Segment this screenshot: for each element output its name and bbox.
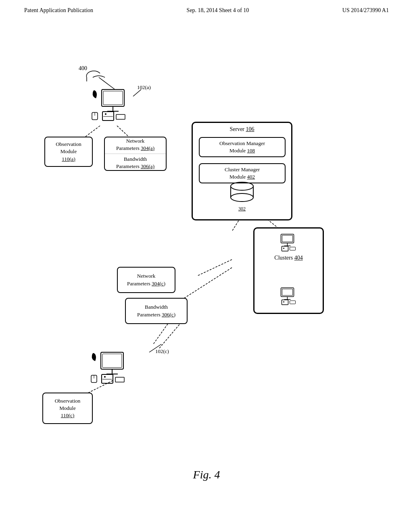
svg-line-8: [181, 268, 232, 300]
svg-rect-26: [231, 186, 253, 197]
clusters-label: Clusters 404: [254, 255, 323, 261]
svg-line-7: [198, 260, 232, 276]
svg-point-25: [231, 182, 253, 190]
svg-rect-41: [282, 300, 288, 305]
observation-module-c-box: Observation Module 110(c): [42, 393, 93, 424]
svg-point-49: [104, 376, 106, 378]
figure-caption: Fig. 4: [193, 468, 220, 481]
page-header: Patent Application Publication Sep. 18, …: [0, 0, 413, 14]
bandwidth-params-c-box: Bandwidth Parameters 306(c): [125, 298, 188, 324]
ref-102a-label: 102(a): [137, 84, 151, 91]
svg-rect-15: [102, 89, 124, 106]
network-bandwidth-params-a-box: Network Parameters 304(a) Bandwidth Para…: [104, 137, 167, 171]
network-params-c-box: Network Parameters 304(c): [117, 267, 175, 293]
computer-icon-c: [88, 348, 136, 387]
svg-rect-16: [103, 91, 123, 105]
clusters-outer-box: Clusters 404: [253, 227, 324, 314]
cluster-computer-top: [277, 233, 300, 254]
ref-102c-label: 102(c): [155, 348, 169, 355]
svg-line-10: [159, 322, 181, 348]
cluster-manager-box: Cluster Manager Module 402: [199, 163, 286, 183]
header-center: Sep. 18, 2014 Sheet 4 of 10: [187, 7, 249, 14]
observation-module-a-box: Observation Module 110(a): [44, 137, 93, 167]
svg-rect-35: [290, 247, 295, 250]
svg-rect-22: [116, 114, 125, 119]
svg-rect-38: [282, 289, 292, 295]
cluster-computer-bottom: [277, 287, 300, 308]
computer-icon-a: [89, 85, 137, 124]
svg-point-36: [283, 248, 284, 249]
svg-point-29: [231, 193, 253, 202]
svg-rect-19: [102, 112, 114, 121]
svg-rect-48: [102, 374, 113, 383]
svg-rect-34: [282, 246, 288, 251]
svg-rect-31: [282, 235, 292, 242]
svg-point-20: [105, 113, 106, 115]
database-icon: 302: [230, 181, 254, 212]
diagram-area: 400 102(a) Observation Module 110(a): [0, 18, 413, 493]
header-left: Patent Application Publication: [24, 7, 93, 14]
svg-rect-44: [101, 352, 123, 369]
ref-400-label: 400: [79, 65, 87, 72]
server-outer-box: Server 106 Observation Manager Module 10…: [192, 122, 292, 220]
header-right: US 2014/273990 A1: [342, 7, 389, 14]
svg-point-43: [283, 301, 284, 303]
svg-rect-42: [290, 301, 295, 304]
svg-rect-51: [115, 377, 124, 382]
svg-rect-45: [102, 354, 122, 368]
observation-manager-box: Observation Manager Module 108: [199, 137, 286, 157]
